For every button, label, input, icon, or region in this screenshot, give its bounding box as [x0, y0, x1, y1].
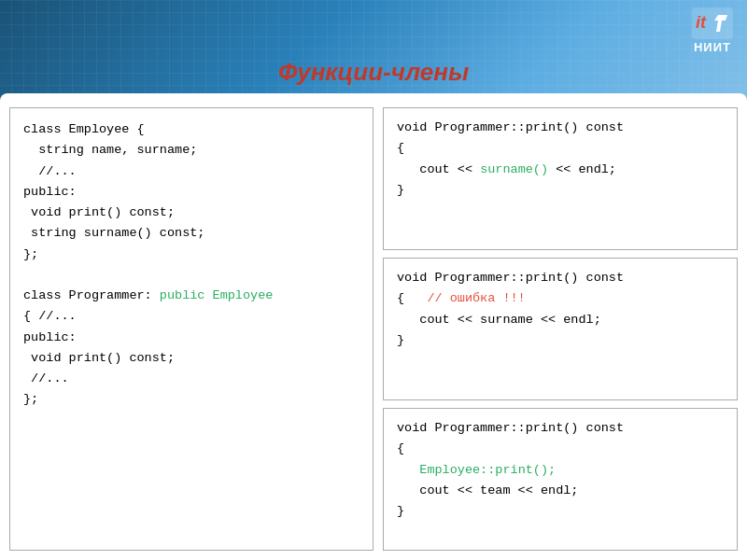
keyword-green: Employee::print();	[419, 463, 556, 477]
main-content: class Employee { string name, surname; /…	[9, 107, 738, 551]
code-line: //...	[23, 369, 359, 389]
logo-icon: it	[692, 7, 733, 39]
code-line: { // ошибка !!!	[397, 288, 724, 309]
code-line: Employee::print();	[397, 460, 724, 481]
right-column: void Programmer::print() const { cout <<…	[383, 107, 738, 551]
code-line: void print() const;	[23, 348, 359, 369]
logo: it НИИТ	[692, 7, 733, 54]
code-line: public:	[23, 182, 359, 203]
code-line: //...	[23, 161, 359, 182]
keyword-green: public Employee	[160, 288, 274, 302]
code-line: { //...	[23, 306, 359, 327]
code-line: public:	[23, 328, 359, 348]
code-line: string name, surname;	[23, 140, 359, 161]
code-line	[23, 265, 359, 286]
code-line: string surname() const;	[23, 223, 359, 244]
right-box-2: void Programmer::print() const { // ошиб…	[383, 258, 738, 400]
code-line: void Programmer::print() const	[397, 118, 724, 138]
code-line: class Programmer: public Employee	[23, 286, 359, 306]
page-title: Функции-члены	[0, 58, 747, 87]
code-line: class Employee {	[23, 119, 359, 140]
left-code-box: class Employee { string name, surname; /…	[9, 107, 374, 551]
code-line: void Programmer::print() const	[397, 418, 724, 439]
svg-text:it: it	[696, 13, 707, 32]
keyword-green: surname()	[480, 162, 548, 176]
code-line: cout << team << endl;	[397, 481, 724, 501]
code-line: }	[397, 330, 724, 351]
logo-text: НИИТ	[694, 40, 731, 54]
error-comment: // ошибка !!!	[427, 291, 525, 305]
code-line: void Programmer::print() const	[397, 268, 724, 288]
code-line: }	[397, 501, 724, 522]
code-line: cout << surname() << endl;	[397, 160, 724, 180]
code-line: {	[397, 138, 724, 159]
code-line: cout << surname << endl;	[397, 310, 724, 330]
right-box-3: void Programmer::print() const { Employe…	[383, 408, 738, 551]
code-line: {	[397, 439, 724, 459]
code-line: }	[397, 180, 724, 201]
right-box-1: void Programmer::print() const { cout <<…	[383, 107, 738, 250]
code-line: };	[23, 389, 359, 410]
code-line: };	[23, 245, 359, 265]
code-line: void print() const;	[23, 203, 359, 223]
